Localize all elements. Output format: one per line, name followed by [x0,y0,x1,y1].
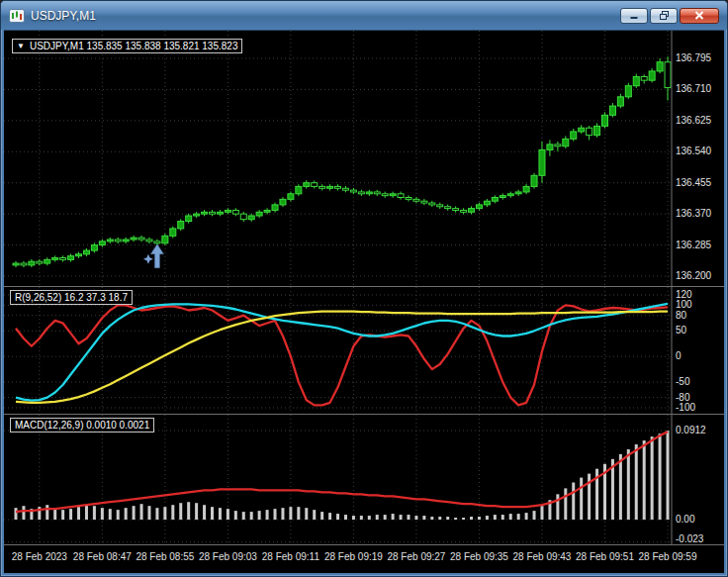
macd-signal-line [16,432,668,512]
time-axis[interactable]: 28 Feb 202328 Feb 08:4728 Feb 08:5528 Fe… [4,545,724,573]
time-axis-label: 28 Feb 09:59 [623,551,712,562]
minimize-button[interactable] [620,8,648,24]
vertical-gridlines [40,31,668,286]
scale-label: 136.710 [676,83,712,94]
window-titlebar[interactable]: USDJPY,M1 [1,1,727,30]
chart-icon [9,9,25,23]
scale-label: -0.023 [676,533,704,544]
scale-label: 0.00 [676,514,695,525]
symbol-ohlc-label: USDJPY,M1 135.835 135.838 135.821 135.82… [30,40,238,52]
close-icon [694,11,704,20]
scale-labels[interactable]: 0.09120.00-0.023 [676,425,706,544]
macd-canvas[interactable]: 0.09120.00-0.023 [4,415,724,544]
scale-label: 0 [676,350,682,361]
indicator-mid-line [16,304,668,401]
scale-label: 80 [676,310,687,321]
scale-label: 136.370 [676,208,712,219]
price-chart-canvas[interactable]: 136.795136.710136.625136.540136.455136.3… [4,31,724,286]
terminal-window: USDJPY,M1 136.795136.710136.625136.54013… [0,0,728,577]
macd-histogram [15,431,670,520]
scale-labels[interactable]: 136.795136.710136.625136.540136.455136.3… [676,52,712,281]
scale-label: -80 [676,392,690,403]
window-title: USDJPY,M1 [31,9,96,23]
scale-label: 136.625 [676,115,712,126]
symbol-dropdown-icon[interactable]: ▼ [17,40,25,52]
scale-label: 136.455 [676,177,712,188]
close-button[interactable] [680,8,719,24]
scale-label: 136.540 [676,145,712,156]
window-controls [620,8,719,24]
oscillator-canvas[interactable]: 12010080500-50-80-100 [4,287,724,414]
oscillator-label: R(9,26,52) 16.2 37.3 18.7 [15,291,128,304]
symbol-ohlc-box: ▼ USDJPY,M1 135.835 135.838 135.821 135.… [12,39,242,53]
macd-label: MACD(12,26,9) 0.0010 0.0021 [15,419,149,432]
minimize-icon [629,11,639,20]
scale-label: 100 [676,299,692,310]
scale-labels[interactable]: 12010080500-50-80-100 [676,289,695,413]
vertical-gridlines [40,415,668,544]
restore-icon [659,11,670,20]
scale-label: -100 [676,402,695,413]
price-chart-panel[interactable]: 136.795136.710136.625136.540136.455136.3… [4,31,724,286]
scale-label: 50 [676,325,687,336]
scale-label: 136.285 [676,240,712,250]
restore-button[interactable] [650,8,678,24]
oscillator-label-box: R(9,26,52) 16.2 37.3 18.7 [10,290,133,305]
oscillator-panel[interactable]: 12010080500-50-80-100 R(9,26,52) 16.2 37… [4,287,724,414]
macd-panel[interactable]: 0.09120.00-0.023 MACD(12,26,9) 0.0010 0.… [4,415,724,544]
scale-label: 0.0912 [676,425,706,435]
macd-label-box: MACD(12,26,9) 0.0010 0.0021 [10,418,154,433]
indicator-slow-line [16,312,668,403]
scale-label: 136.795 [676,52,712,63]
scale-label: 120 [676,289,692,300]
chart-area: 136.795136.710136.625136.540136.455136.3… [4,30,724,572]
scale-label: 136.200 [676,270,712,281]
scale-label: -50 [676,376,690,387]
horizontal-gridlines [4,431,672,542]
buy-arrow-annotation[interactable] [143,244,164,268]
candles [13,56,671,267]
